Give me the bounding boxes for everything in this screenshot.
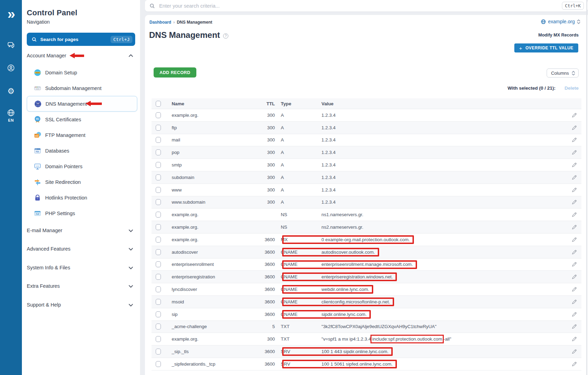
row-checkbox[interactable]	[156, 149, 161, 155]
row-checkbox[interactable]	[156, 336, 161, 342]
app-logo-icon[interactable]: »	[0, 5, 22, 23]
row-checkbox[interactable]	[156, 137, 161, 143]
language-label: EN	[0, 118, 22, 122]
table-row: autodiscover3600CNAMEautodiscover.outloo…	[152, 246, 581, 259]
delete-button[interactable]: Delete	[564, 85, 579, 91]
edit-pencil-icon[interactable]	[567, 212, 581, 218]
sidebar-item-ssl-certificates[interactable]: SSLSSL Certificates	[27, 112, 137, 127]
language-globe-icon[interactable]	[0, 109, 22, 117]
edit-pencil-icon[interactable]	[567, 311, 581, 317]
settings-gear-icon[interactable]: ⚙	[0, 87, 22, 95]
section-label: Advanced Features	[27, 246, 71, 252]
sidebar-item-php-settings[interactable]: PHPPHP Settings	[27, 205, 137, 221]
edit-pencil-icon[interactable]	[567, 274, 581, 280]
scrollbar[interactable]	[586, 0, 587, 375]
sidebar-item-ftp-management[interactable]: FTPFTP Management	[27, 127, 137, 143]
edit-pencil-icon[interactable]	[567, 361, 581, 367]
breadcrumb-dashboard-link[interactable]: Dashboard	[149, 20, 171, 25]
edit-pencil-icon[interactable]	[567, 224, 581, 230]
edit-pencil-icon[interactable]	[567, 286, 581, 292]
row-checkbox[interactable]	[156, 212, 161, 218]
row-checkbox[interactable]	[156, 361, 161, 367]
edit-pencil-icon[interactable]	[567, 261, 581, 267]
row-checkbox[interactable]	[156, 249, 161, 255]
row-checkbox[interactable]	[156, 112, 161, 118]
edit-pencil-icon[interactable]	[567, 162, 581, 168]
sidebar-item-subdomain-management[interactable]: wwwSubdomain Management	[27, 80, 137, 96]
section-label: Extra Features	[27, 283, 60, 289]
row-checkbox[interactable]	[156, 199, 161, 205]
row-checkbox[interactable]	[156, 261, 161, 267]
edit-pencil-icon[interactable]	[567, 149, 581, 155]
add-record-button[interactable]: ADD RECORD	[154, 67, 196, 78]
sidebar-item-dns-management[interactable]: DNSDNS Management	[27, 96, 137, 112]
chevron-down-icon	[129, 283, 133, 289]
sidebar-section-system-info-files[interactable]: System Info & Files	[27, 258, 135, 277]
domain-selector[interactable]: example.org	[541, 19, 580, 24]
row-checkbox[interactable]	[156, 125, 161, 131]
chevron-up-icon	[129, 54, 133, 57]
row-checkbox[interactable]	[156, 174, 161, 180]
svg-text:www: www	[36, 88, 39, 90]
edit-pencil-icon[interactable]	[567, 336, 581, 342]
columns-dropdown[interactable]: Columns	[547, 68, 579, 78]
column-header-value: Value	[321, 101, 567, 106]
sidebar-section-advanced-features[interactable]: Advanced Features	[27, 240, 135, 259]
sidebar-item-site-redirection[interactable]: Site Redirection	[27, 174, 137, 190]
row-checkbox[interactable]	[156, 324, 161, 329]
record-type: TXT	[275, 336, 321, 342]
edit-pencil-icon[interactable]	[567, 249, 581, 255]
sidebar-title: Control Panel	[27, 8, 77, 17]
sidebar-item-hotlinks-protection[interactable]: Hotlinks Protection	[27, 190, 137, 205]
record-name: pop	[172, 150, 258, 155]
record-value: 1.2.3.4	[321, 137, 336, 142]
table-row: example.org.300A1.2.3.4	[152, 109, 581, 122]
edit-pencil-icon[interactable]	[567, 349, 581, 354]
row-checkbox[interactable]	[156, 299, 161, 305]
record-name: lyncdiscover	[172, 287, 258, 292]
sidebar-item-databases[interactable]: SQLDatabases	[27, 143, 137, 158]
section-label: Support & Help	[27, 302, 61, 308]
sidebar-section-account-manager[interactable]: Account Manager	[27, 52, 135, 59]
record-type: A	[275, 125, 321, 130]
row-checkbox[interactable]	[156, 311, 161, 317]
ftp-icon: FTP	[34, 131, 41, 139]
plus-icon: +	[519, 45, 522, 51]
edit-pencil-icon[interactable]	[567, 237, 581, 243]
row-checkbox[interactable]	[156, 224, 161, 230]
sidebar-item-domain-setup[interactable]: WWWDomain Setup	[27, 65, 137, 80]
edit-pencil-icon[interactable]	[567, 199, 581, 205]
edit-pencil-icon[interactable]	[567, 187, 581, 193]
sidebar-section-support-help[interactable]: Support & Help	[27, 295, 135, 314]
record-type: A	[275, 113, 321, 118]
edit-pencil-icon[interactable]	[567, 324, 581, 329]
record-type: SRV	[275, 361, 321, 367]
override-ttl-button[interactable]: + OVERRIDE TTL VALUE	[514, 43, 578, 52]
edit-pencil-icon[interactable]	[567, 137, 581, 143]
edit-pencil-icon[interactable]	[567, 112, 581, 118]
row-checkbox[interactable]	[156, 274, 161, 280]
modify-mx-records-link[interactable]: Modify MX Records	[538, 33, 579, 38]
chat-icon[interactable]	[0, 41, 22, 49]
account-icon[interactable]	[0, 64, 22, 72]
row-checkbox[interactable]	[156, 349, 161, 354]
edit-pencil-icon[interactable]	[567, 174, 581, 180]
sidebar-item-domain-pointers[interactable]: wwwDomain Pointers	[27, 158, 137, 174]
sidebar-section-e-mail-manager[interactable]: E-mail Manager	[27, 221, 135, 240]
sidebar-search-button[interactable]: Search for pages Ctrl+J	[27, 33, 135, 46]
breadcrumb-current: DNS Management	[177, 20, 212, 25]
global-search-input[interactable]	[159, 3, 562, 9]
row-checkbox[interactable]	[156, 162, 161, 168]
edit-pencil-icon[interactable]	[567, 299, 581, 305]
row-checkbox[interactable]	[156, 237, 161, 243]
sidebar-section-extra-features[interactable]: Extra Features	[27, 277, 135, 296]
select-all-checkbox[interactable]	[156, 101, 161, 107]
help-icon[interactable]: ?	[223, 33, 228, 39]
row-checkbox[interactable]	[156, 187, 161, 193]
row-checkbox[interactable]	[156, 286, 161, 292]
record-ttl: 3600	[258, 361, 275, 367]
record-value: ns1.nameservers.gr.	[321, 212, 363, 217]
section-label: E-mail Manager	[27, 228, 62, 233]
edit-pencil-icon[interactable]	[567, 125, 581, 131]
record-value: "3k2fC8TowCPX0ajAlje9edtUZGXqvAH9yC1tchw…	[321, 324, 436, 329]
